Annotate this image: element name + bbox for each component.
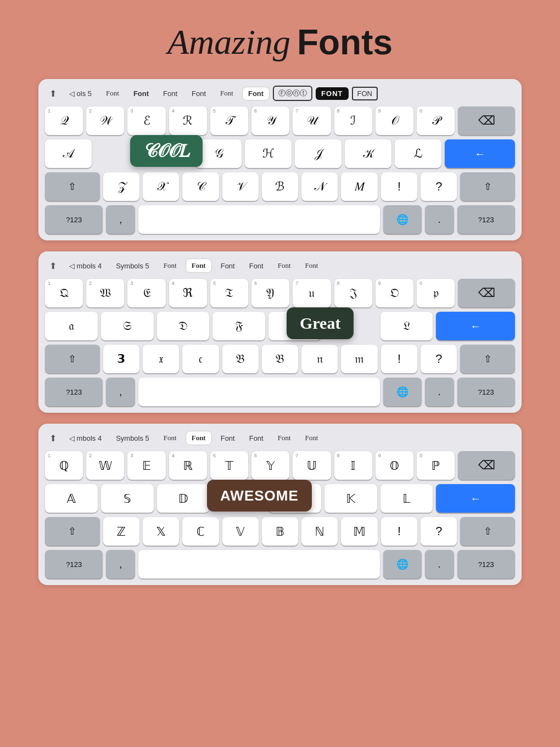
key-z-2[interactable]: 𝟯: [103, 345, 139, 373]
key-globe-2[interactable]: 🌐: [383, 378, 422, 406]
key-x-1[interactable]: 𝒳: [143, 172, 179, 201]
key-123-r-1[interactable]: ?123: [457, 205, 515, 234]
key-t-3[interactable]: 5𝕋: [210, 451, 248, 480]
key-c-1[interactable]: 𝒞: [182, 172, 219, 201]
key-p-3[interactable]: 0ℙ: [417, 451, 455, 480]
key-u-3[interactable]: 7𝕌: [293, 451, 331, 480]
key-l-3[interactable]: 𝕃: [380, 484, 433, 513]
key-c-2[interactable]: 𝔠: [182, 345, 219, 373]
tab-font5-2[interactable]: Font: [272, 259, 296, 272]
key-delete-2[interactable]: ⌫: [458, 279, 515, 307]
key-comma-1[interactable]: ,: [106, 205, 135, 234]
key-comma-3[interactable]: ,: [106, 550, 135, 578]
tab-font-sq-1[interactable]: FON: [352, 87, 378, 100]
key-exclaim-2[interactable]: !: [381, 345, 417, 373]
key-q-1[interactable]: 1𝒬: [45, 106, 83, 135]
tab-font1-2[interactable]: Font: [158, 259, 182, 272]
key-e-1[interactable]: 3ℰ: [127, 106, 165, 135]
share-icon-3[interactable]: ⬆: [45, 430, 60, 446]
key-space-2[interactable]: [138, 378, 379, 406]
key-globe-1[interactable]: 🌐: [383, 205, 422, 234]
key-delete-3[interactable]: ⌫: [458, 451, 515, 480]
key-123-r-3[interactable]: ?123: [457, 550, 515, 578]
key-t-2[interactable]: 5𝔗: [210, 279, 248, 307]
key-y-3[interactable]: 6𝕐: [251, 451, 289, 480]
key-shift-r-2[interactable]: ⇧: [460, 345, 515, 373]
key-v-2[interactable]: 𝔅: [222, 345, 259, 373]
key-return-3[interactable]: ←: [436, 484, 515, 513]
key-p-2[interactable]: 0𝔭: [417, 279, 455, 307]
key-d-2[interactable]: 𝔇: [157, 312, 210, 340]
key-shift-1[interactable]: ⇧: [45, 172, 100, 201]
key-k-3[interactable]: 𝕂: [324, 484, 377, 513]
tab-symbols5-2[interactable]: Symbols 5: [110, 260, 155, 272]
tab-font-outlined-1[interactable]: Ⓕⓞⓝⓣ: [273, 86, 312, 101]
key-m-3[interactable]: 𝕄: [341, 517, 377, 546]
key-shift-r-1[interactable]: ⇧: [460, 172, 515, 201]
tab-font4-1[interactable]: Font: [186, 87, 211, 100]
key-w-3[interactable]: 2𝕎: [86, 451, 124, 480]
key-123-1[interactable]: ?123: [45, 205, 103, 234]
key-j-1[interactable]: 𝒥: [295, 139, 341, 168]
tab-font3-2[interactable]: Font: [215, 260, 240, 272]
key-x-3[interactable]: 𝕏: [143, 517, 179, 546]
key-h-1[interactable]: ℋ: [245, 139, 292, 168]
key-i-2[interactable]: 8𝔍: [334, 279, 372, 307]
key-return-1[interactable]: ←: [445, 139, 515, 168]
key-m-1[interactable]: 𝑀: [341, 172, 377, 201]
key-w-2[interactable]: 2𝔚: [86, 279, 124, 307]
key-e-3[interactable]: 3𝔼: [127, 451, 165, 480]
share-icon-2[interactable]: ⬆: [45, 258, 60, 273]
tab-font2-1[interactable]: Font: [128, 87, 154, 100]
key-v-3[interactable]: 𝕍: [222, 517, 259, 546]
key-exclaim-3[interactable]: !: [381, 517, 417, 546]
tab-mbols4-3[interactable]: ◁ mbols 4: [64, 432, 107, 445]
key-f-2[interactable]: 𝔉: [212, 312, 265, 340]
key-r-2[interactable]: 4ℜ: [169, 279, 207, 307]
key-w-1[interactable]: 2𝒲: [86, 106, 124, 135]
tab-font6-2[interactable]: Font: [300, 259, 324, 272]
key-delete-1[interactable]: ⌫: [458, 106, 515, 135]
key-k-1[interactable]: 𝒦: [345, 139, 391, 168]
key-t-1[interactable]: 5𝒯: [210, 106, 248, 135]
tab-font1-3[interactable]: Font: [158, 431, 182, 445]
key-i-1[interactable]: 8ℐ: [334, 106, 372, 135]
key-shift-2[interactable]: ⇧: [45, 345, 100, 373]
tab-symbols5-3[interactable]: Symbols 5: [110, 432, 155, 445]
key-b-2[interactable]: 𝔅: [262, 345, 298, 373]
key-b-3[interactable]: 𝔹: [262, 517, 298, 546]
key-y-2[interactable]: 6𝔜: [251, 279, 289, 307]
key-x-2[interactable]: 𝔵: [143, 345, 179, 373]
key-u-1[interactable]: 7𝒰: [293, 106, 331, 135]
key-s-2[interactable]: 𝔖: [101, 312, 154, 340]
key-question-3[interactable]: ?: [421, 517, 457, 546]
key-dot-2[interactable]: .: [425, 378, 454, 406]
key-y-1[interactable]: 6𝒴: [251, 106, 289, 135]
key-123-3[interactable]: ?123: [45, 550, 103, 578]
key-123-r-2[interactable]: ?123: [457, 378, 515, 406]
tab-font4-3[interactable]: Font: [244, 432, 269, 445]
key-z-3[interactable]: ℤ: [103, 517, 139, 546]
key-space-1[interactable]: [138, 205, 379, 234]
key-a-2[interactable]: 𝔞: [45, 312, 98, 340]
key-r-3[interactable]: 4ℝ: [169, 451, 207, 480]
key-a-3[interactable]: 𝔸: [45, 484, 98, 513]
tab-font5-1[interactable]: Font: [215, 87, 239, 100]
key-b-1[interactable]: ℬ: [262, 172, 298, 201]
tab-font-active-1[interactable]: Font: [242, 87, 270, 100]
key-s-3[interactable]: 𝕊: [101, 484, 154, 513]
key-exclaim-1[interactable]: !: [381, 172, 417, 201]
key-r-1[interactable]: 4ℛ: [169, 106, 207, 135]
tab-font-active-3[interactable]: Font: [186, 431, 212, 445]
key-a-1[interactable]: 𝒜: [45, 139, 92, 168]
key-c-3[interactable]: ℂ: [182, 517, 219, 546]
key-v-1[interactable]: 𝒱: [222, 172, 259, 201]
tab-font3-3[interactable]: Font: [215, 432, 240, 445]
tab-ols5-1[interactable]: ◁ ols 5: [64, 87, 97, 100]
key-shift-3[interactable]: ⇧: [45, 517, 100, 546]
tab-mbols4-2[interactable]: ◁ mbols 4: [64, 260, 107, 272]
key-o-1[interactable]: 9𝒪: [376, 106, 413, 135]
key-l-2[interactable]: 𝔏: [380, 312, 433, 340]
key-space-3[interactable]: [138, 550, 379, 578]
key-q-3[interactable]: 1ℚ: [45, 451, 83, 480]
